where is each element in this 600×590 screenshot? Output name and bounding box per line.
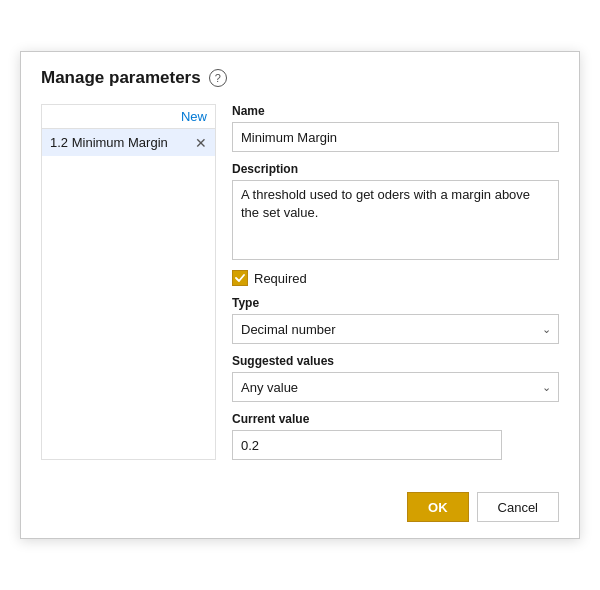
manage-parameters-dialog: Manage parameters ? New 1.2 Minimum Marg… xyxy=(20,51,580,539)
help-icon[interactable]: ? xyxy=(209,69,227,87)
type-select[interactable]: Decimal number Integer Text Boolean Date xyxy=(232,314,559,344)
suggested-select-wrapper: Any value List of values ⌄ xyxy=(232,372,559,402)
description-input[interactable]: A threshold used to get oders with a mar… xyxy=(232,180,559,260)
dialog-title: Manage parameters xyxy=(41,68,201,88)
param-item-close-button[interactable]: ✕ xyxy=(189,136,207,150)
suggested-select[interactable]: Any value List of values xyxy=(232,372,559,402)
param-item[interactable]: 1.2 Minimum Margin ✕ xyxy=(42,129,215,156)
required-row: Required xyxy=(232,270,559,286)
dialog-header: Manage parameters ? xyxy=(41,68,559,88)
required-checkbox-wrapper[interactable]: Required xyxy=(232,270,307,286)
param-item-label: 1.2 Minimum Margin xyxy=(50,135,189,150)
current-value-input[interactable] xyxy=(232,430,502,460)
name-field-group: Name xyxy=(232,104,559,152)
description-field-group: Description A threshold used to get oder… xyxy=(232,162,559,260)
current-value-label: Current value xyxy=(232,412,559,426)
dialog-body: New 1.2 Minimum Margin ✕ Name Descriptio… xyxy=(41,104,559,460)
left-panel: New 1.2 Minimum Margin ✕ xyxy=(41,104,216,460)
left-panel-header: New xyxy=(42,105,215,129)
required-label: Required xyxy=(254,271,307,286)
type-select-wrapper: Decimal number Integer Text Boolean Date… xyxy=(232,314,559,344)
suggested-label: Suggested values xyxy=(232,354,559,368)
cancel-button[interactable]: Cancel xyxy=(477,492,559,522)
type-label: Type xyxy=(232,296,559,310)
ok-button[interactable]: OK xyxy=(407,492,469,522)
name-label: Name xyxy=(232,104,559,118)
dialog-footer: OK Cancel xyxy=(41,480,559,522)
name-input[interactable] xyxy=(232,122,559,152)
type-field-group: Type Decimal number Integer Text Boolean… xyxy=(232,296,559,344)
required-checkbox[interactable] xyxy=(232,270,248,286)
new-link[interactable]: New xyxy=(181,109,207,124)
suggested-field-group: Suggested values Any value List of value… xyxy=(232,354,559,402)
right-panel: Name Description A threshold used to get… xyxy=(232,104,559,460)
description-label: Description xyxy=(232,162,559,176)
current-value-field-group: Current value xyxy=(232,412,559,460)
